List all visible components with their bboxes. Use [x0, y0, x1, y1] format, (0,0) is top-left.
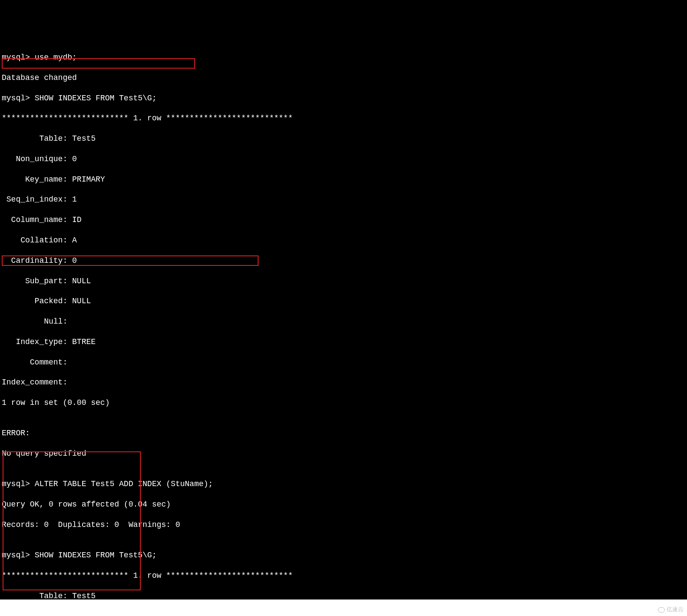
watermark: 亿速云 [658, 606, 684, 613]
prompt: mysql> [2, 53, 35, 62]
field-index-comment: Index_comment: [2, 378, 685, 387]
cmd-show-indexes: SHOW INDEXES FROM Test5\G; [35, 551, 157, 560]
prompt: mysql> [2, 94, 35, 103]
field-seq-in-index: Seq_in_index: 1 [2, 195, 685, 205]
field-cardinality: Cardinality: 0 [2, 256, 685, 266]
field-column-name: Column_name: ID [2, 215, 685, 225]
terminal-output[interactable]: mysql> use mydb; Database changed mysql>… [2, 43, 685, 616]
rows-in-set: 1 row in set (0.00 sec) [2, 398, 685, 408]
field-index-type: Index_type: BTREE [2, 337, 685, 347]
no-query-specified: No query specified [2, 449, 685, 459]
row-separator: *************************** 1. row *****… [2, 113, 685, 123]
cmd-alter-table: ALTER TABLE Test5 ADD INDEX (StuName); [35, 480, 213, 488]
field-collation: Collation: A [2, 235, 685, 245]
field-sub-part: Sub_part: NULL [2, 276, 685, 286]
error-label: ERROR: [2, 428, 685, 438]
query-ok: Query OK, 0 rows affected (0.04 sec) [2, 500, 685, 510]
field-packed: Packed: NULL [2, 296, 685, 306]
cmd-use-db: use mydb; [35, 53, 77, 62]
prompt-line: mysql> use mydb; [2, 53, 685, 63]
field-table: Table: Test5 [2, 134, 685, 144]
prompt: mysql> [2, 551, 35, 560]
records-summary: Records: 0 Duplicates: 0 Warnings: 0 [2, 520, 685, 530]
prompt-line: mysql> ALTER TABLE Test5 ADD INDEX (StuN… [2, 479, 685, 489]
field-non-unique: Non_unique: 0 [2, 154, 685, 164]
field-key-name: Key_name: PRIMARY [2, 175, 685, 185]
db-changed: Database changed [2, 73, 685, 83]
prompt: mysql> [2, 480, 35, 488]
watermark-logo-icon [658, 607, 665, 613]
row-separator: *************************** 1. row *****… [2, 571, 685, 581]
watermark-text: 亿速云 [667, 606, 684, 613]
prompt-line: mysql> SHOW INDEXES FROM Test5\G; [2, 93, 685, 103]
field-table: Table: Test5 [2, 591, 685, 601]
prompt-line: mysql> SHOW INDEXES FROM Test5\G; [2, 550, 685, 560]
cmd-show-indexes: SHOW INDEXES FROM Test5\G; [35, 94, 157, 103]
field-null: Null: [2, 317, 685, 327]
field-non-unique: Non_unique: 0 [2, 611, 685, 616]
field-comment: Comment: [2, 358, 685, 368]
